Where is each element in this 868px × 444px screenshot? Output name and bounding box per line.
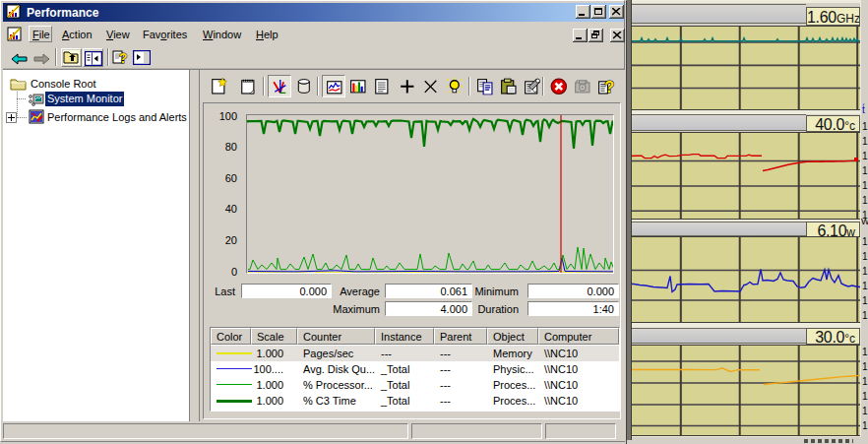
svg-text:?: ?: [604, 78, 614, 95]
svg-text:?: ?: [119, 50, 128, 66]
